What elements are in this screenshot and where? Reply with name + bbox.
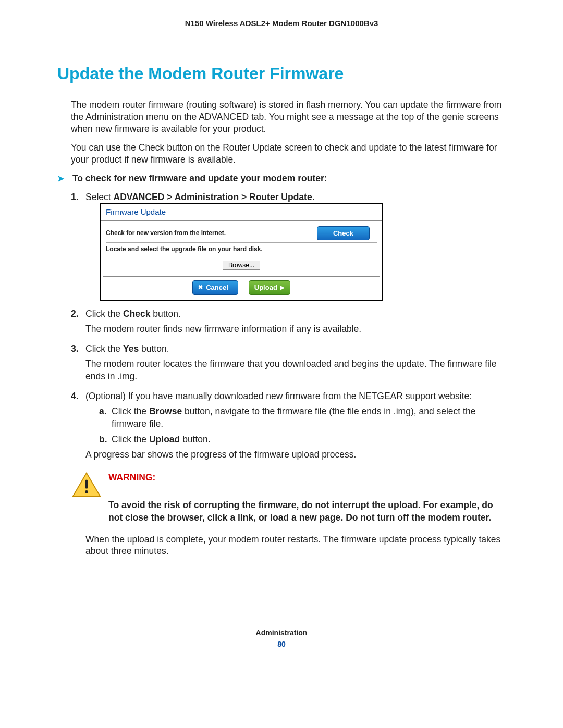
step4a-btn: Browse [149,406,182,416]
arrow-icon: ➤ [57,174,70,183]
step3-btn: Yes [123,343,139,354]
step-1: Select ADVANCED > Administration > Route… [71,191,506,301]
page-title: Update the Modem Router Firmware [57,64,506,83]
closing-para: When the upload is complete, your modem … [57,534,506,558]
task-heading-text: To check for new firmware and update you… [72,173,327,183]
upload-label: Upload [254,283,277,292]
step-3: Click the Yes button. The modem router l… [71,343,506,383]
step4b-btn: Upload [149,434,180,445]
step3-desc: The modem router locates the firmware th… [85,358,506,382]
footer-section: Administration [57,628,506,637]
cancel-button[interactable]: ✖ Cancel [192,280,238,295]
browse-button[interactable]: Browse... [223,261,260,270]
step2-btn: Check [123,309,151,319]
step4b-pre: Click the [112,434,149,445]
cancel-label: Cancel [206,283,228,292]
warning-text: WARNING: To avoid the risk of corrupting… [108,472,506,524]
intro-para-1: The modem router firmware (routing softw… [57,99,506,134]
step1-pre: Select [85,192,114,202]
svg-rect-1 [85,479,88,488]
close-icon: ✖ [198,283,203,291]
step2-post: button. [151,309,181,319]
step2-desc: The modem router finds new firmware info… [85,323,506,336]
page-footer: Administration 80 [57,620,506,648]
warning-block: WARNING: To avoid the risk of corrupting… [72,472,506,524]
fw-check-row: Check for new version from the Internet.… [101,221,382,243]
step1-path: ADVANCED > Administration > Router Updat… [114,192,312,202]
doc-header: N150 Wireless ADSL2+ Modem Router DGN100… [57,19,506,28]
step-4a: Click the Browse button, navigate to the… [99,405,506,430]
footer-page-number: 80 [57,640,506,648]
fw-check-label: Check for new version from the Internet. [106,229,317,237]
task-heading: ➤ To check for new firmware and update y… [57,173,506,184]
play-icon: ▶ [280,284,285,291]
firmware-update-panel: Firmware Update Check for new version fr… [100,203,383,300]
fw-panel-title: Firmware Update [101,204,382,220]
step-4b: Click the Upload button. [99,434,506,446]
step4a-pre: Click the [112,406,149,416]
step4-desc: A progress bar shows the progress of the… [85,449,506,461]
step1-post: . [312,192,315,202]
steps-list: Select ADVANCED > Administration > Route… [57,191,506,461]
fw-browse-row: Browse... [101,258,382,276]
step-4: (Optional) If you have manually download… [71,390,506,461]
warning-icon [72,472,101,500]
step-2: Click the Check button. The modem router… [71,308,506,336]
step4-text: (Optional) If you have manually download… [85,391,472,401]
sub-steps: Click the Browse button, navigate to the… [85,405,506,446]
step4b-post: button. [180,434,210,445]
step2-pre: Click the [85,309,123,319]
upload-button[interactable]: Upload ▶ [249,280,290,295]
fw-browse-label: Locate and select the upgrade file on yo… [101,243,382,258]
fw-footer-row: ✖ Cancel Upload ▶ [103,276,380,300]
step3-post: button. [139,343,169,354]
svg-point-2 [85,490,88,493]
warning-body: To avoid the risk of corrupting the firm… [108,500,493,523]
intro-para-2: You can use the Check button on the Rout… [57,142,506,166]
document-page: N150 Wireless ADSL2+ Modem Router DGN100… [0,0,563,664]
warning-label: WARNING: [108,472,506,484]
step3-pre: Click the [85,343,123,354]
check-button[interactable]: Check [317,226,370,241]
